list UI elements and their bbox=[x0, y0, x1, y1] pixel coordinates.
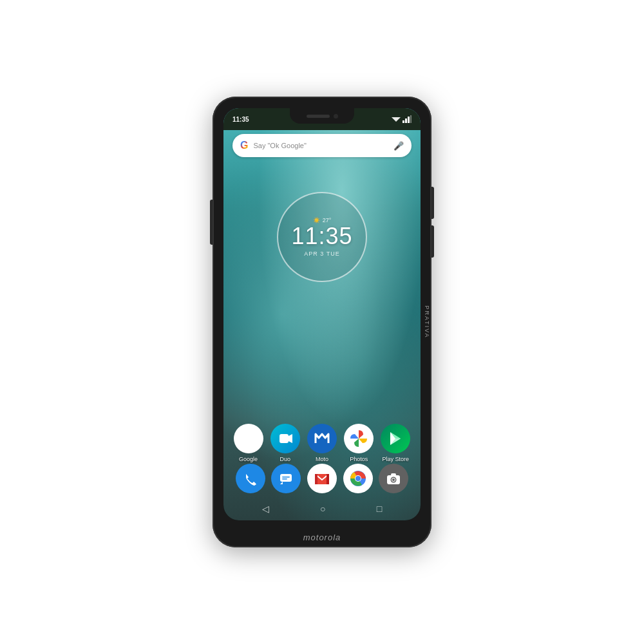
home-button[interactable]: ○ bbox=[317, 501, 328, 516]
gmail-icon bbox=[314, 472, 330, 485]
svg-marker-7 bbox=[289, 434, 292, 443]
svg-rect-10 bbox=[282, 477, 290, 478]
speaker bbox=[307, 115, 330, 118]
dock-phone[interactable] bbox=[236, 464, 265, 493]
svg-rect-11 bbox=[282, 478, 287, 480]
volume-up-button[interactable] bbox=[210, 200, 213, 245]
moto-svg bbox=[312, 429, 332, 448]
chrome-icon bbox=[350, 470, 366, 487]
app-moto[interactable]: Moto bbox=[307, 424, 337, 462]
microphone-icon[interactable]: 🎤 bbox=[393, 141, 404, 151]
wifi-icon bbox=[392, 116, 401, 122]
photos-app-label: Photos bbox=[350, 456, 368, 462]
svg-point-22 bbox=[392, 478, 395, 481]
clock-date: APR 3 TUE bbox=[304, 251, 339, 257]
playstore-app-icon[interactable] bbox=[381, 424, 410, 453]
phone-device: 11:35 G Say "Ok bbox=[213, 97, 431, 547]
status-bar: 11:35 bbox=[223, 108, 421, 130]
svg-rect-8 bbox=[280, 474, 292, 482]
playstore-svg bbox=[386, 430, 404, 448]
camera-icon bbox=[386, 472, 401, 485]
dock-chrome[interactable] bbox=[343, 464, 373, 493]
svg-rect-6 bbox=[279, 434, 289, 443]
svg-rect-4 bbox=[408, 117, 410, 123]
photos-app-icon[interactable] bbox=[344, 424, 374, 453]
playstore-app-label: Play Store bbox=[383, 456, 410, 462]
app-duo[interactable]: Duo bbox=[270, 424, 300, 462]
moto-app-label: Moto bbox=[316, 456, 328, 462]
search-placeholder: Say "Ok Google" bbox=[253, 142, 388, 149]
notch bbox=[290, 108, 354, 124]
status-time: 11:35 bbox=[232, 116, 249, 123]
app-google[interactable]: Google bbox=[234, 424, 263, 462]
recents-button[interactable]: □ bbox=[374, 501, 384, 516]
clock-time: 11:35 bbox=[291, 225, 352, 248]
photos-svg bbox=[349, 429, 368, 448]
clock-widget: ☀️ 27° 11:35 APR 3 TUE bbox=[277, 192, 367, 282]
navigation-bar: ◁ ○ □ bbox=[223, 501, 421, 516]
moto-app-icon[interactable] bbox=[307, 424, 337, 453]
dock-camera[interactable] bbox=[379, 464, 408, 493]
svg-point-17 bbox=[355, 476, 361, 481]
svg-rect-5 bbox=[410, 115, 412, 123]
google-logo: G bbox=[240, 140, 248, 151]
power-button[interactable] bbox=[431, 187, 434, 219]
svg-rect-19 bbox=[391, 473, 396, 476]
brand-label: motorola bbox=[303, 533, 341, 542]
svg-rect-3 bbox=[405, 118, 407, 123]
dock-gmail[interactable] bbox=[307, 464, 337, 493]
messages-icon bbox=[279, 471, 293, 486]
watermark-label: PRATIVA bbox=[423, 305, 430, 338]
google-search-bar[interactable]: G Say "Ok Google" 🎤 bbox=[232, 134, 412, 157]
svg-rect-14 bbox=[327, 474, 329, 484]
apps-row: Google Duo Moto bbox=[223, 424, 421, 462]
svg-rect-2 bbox=[402, 120, 404, 123]
google-app-icon[interactable] bbox=[234, 424, 263, 453]
dock-messages[interactable] bbox=[271, 464, 301, 493]
google-app-label: Google bbox=[239, 456, 258, 462]
volume-down-button[interactable] bbox=[431, 225, 434, 258]
svg-marker-9 bbox=[280, 482, 283, 484]
back-button[interactable]: ◁ bbox=[260, 501, 272, 516]
status-icons bbox=[392, 115, 412, 123]
app-photos[interactable]: Photos bbox=[344, 424, 374, 462]
app-dock bbox=[223, 464, 421, 493]
svg-marker-0 bbox=[392, 117, 401, 122]
svg-rect-13 bbox=[315, 474, 317, 484]
front-camera bbox=[334, 114, 338, 118]
duo-app-icon[interactable] bbox=[270, 424, 300, 453]
app-playstore[interactable]: Play Store bbox=[381, 424, 410, 462]
phone-icon bbox=[243, 471, 258, 486]
phone-screen: 11:35 G Say "Ok bbox=[223, 108, 421, 520]
signal-icon bbox=[402, 115, 412, 123]
duo-app-label: Duo bbox=[280, 456, 291, 462]
duo-svg bbox=[277, 430, 294, 447]
